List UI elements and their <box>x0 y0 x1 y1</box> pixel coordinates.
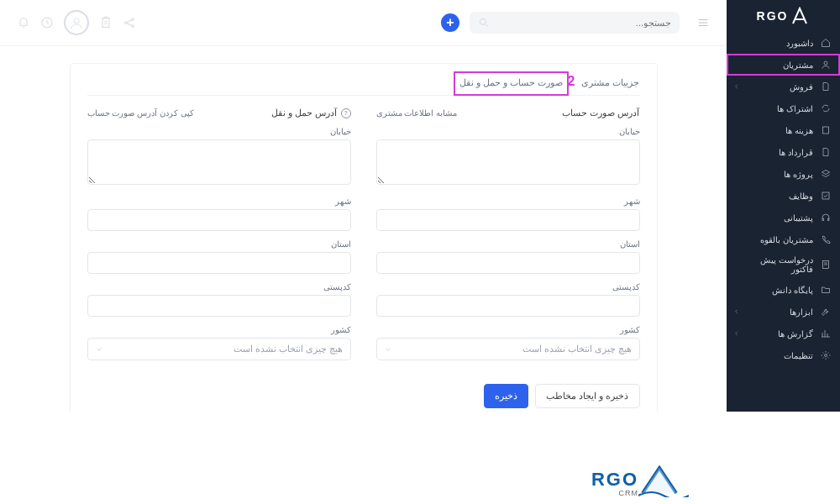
file-icon <box>820 81 832 92</box>
chevron-left-icon <box>732 307 740 317</box>
estimate-icon <box>820 259 832 270</box>
field-label: خیابان <box>376 127 640 136</box>
copy-address-link[interactable]: کپی کردن آدرس صورت حساب <box>87 108 194 118</box>
invoice-zip-input[interactable] <box>376 295 640 317</box>
sidebar-item-customers[interactable]: مشتریان <box>727 54 840 76</box>
help-icon[interactable]: ? <box>341 108 351 118</box>
invoice-street-input[interactable] <box>376 139 640 185</box>
sidebar-item-reports[interactable]: گزارش ها <box>727 323 840 344</box>
select-placeholder: هیچ چیزی انتخاب نشده است <box>522 344 632 354</box>
sidebar-item-label: پشتیبانی <box>740 213 820 223</box>
field-label: شهر <box>87 197 351 206</box>
sidebar-item-support[interactable]: پشتیبانی <box>727 207 840 228</box>
form-columns: آدرس صورت حساب مشابه اطلاعات مشتری خیابا… <box>87 108 640 369</box>
save-create-contact-button[interactable]: ذخیره و ایجاد مخاطب <box>535 384 639 408</box>
shipping-state-input[interactable] <box>87 252 351 274</box>
svg-point-4 <box>825 354 827 357</box>
field-label: خیابان <box>87 127 351 136</box>
file-icon <box>820 146 832 158</box>
clock-icon[interactable] <box>40 16 54 29</box>
shipping-column: ? آدرس حمل و نقل کپی کردن آدرس صورت حساب… <box>87 108 351 369</box>
sidebar-logo-text: RGO <box>757 9 789 23</box>
sidebar-item-contracts[interactable]: قرارداد ها <box>727 141 840 163</box>
plus-icon: + <box>446 15 454 30</box>
sidebar-item-label: تنظیمات <box>740 351 820 360</box>
sidebar-item-label: قرارداد ها <box>740 148 820 157</box>
sidebar-item-label: ابزارها <box>740 307 820 317</box>
headset-icon <box>820 212 832 223</box>
svg-point-0 <box>824 61 827 65</box>
sidebar-item-label: مشتریان بالقوه <box>740 235 820 244</box>
sidebar-item-settings[interactable]: تنظیمات <box>727 344 840 366</box>
gear-icon <box>820 349 832 361</box>
check-icon <box>820 190 832 202</box>
search-box[interactable] <box>470 12 680 34</box>
refresh-icon <box>820 102 832 114</box>
sidebar-item-tasks[interactable]: وظایف <box>727 185 840 207</box>
svg-point-6 <box>125 22 128 24</box>
search-input[interactable] <box>490 18 671 28</box>
invoice-state-input[interactable] <box>376 252 640 274</box>
menu-icon[interactable] <box>696 17 710 29</box>
callout-number: 2 <box>568 74 575 89</box>
file-icon <box>820 124 832 136</box>
footer-logo-text: RGO <box>591 469 638 491</box>
field-label: کشور <box>376 325 640 334</box>
field-label: شهر <box>376 197 640 206</box>
chevron-down-icon <box>95 345 103 354</box>
layers-icon <box>820 168 832 180</box>
tab-billing-shipping[interactable]: صورت حساب و حمل و نقل 2 <box>456 74 566 93</box>
shipping-street-input[interactable] <box>87 139 351 185</box>
sidebar-item-label: درخواست پیش فاکتور <box>740 255 820 274</box>
sidebar-item-label: فروش <box>740 82 820 92</box>
save-button[interactable]: ذخیره <box>484 384 528 408</box>
sidebar-item-label: مشتریان <box>740 60 820 70</box>
field-label: کشور <box>87 325 351 334</box>
svg-rect-9 <box>102 18 109 28</box>
sidebar-item-label: داشبورد <box>740 39 820 48</box>
chevron-left-icon <box>732 329 740 339</box>
form-footer: ذخیره و ایجاد مخاطب ذخیره <box>87 384 640 408</box>
clipboard-icon[interactable] <box>99 16 113 29</box>
svg-point-8 <box>132 25 134 28</box>
user-icon <box>820 59 832 71</box>
same-info-link[interactable]: مشابه اطلاعات مشتری <box>376 108 458 118</box>
main-content: جزییات مشتری صورت حساب و حمل و نقل 2 آدر… <box>0 46 727 412</box>
sidebar-item-leads[interactable]: مشتریان بالقوه <box>727 228 840 250</box>
sidebar-item-label: اشتراک ها <box>740 104 820 113</box>
sidebar-item-sales[interactable]: فروش <box>727 76 840 97</box>
sidebar-item-tools[interactable]: ابزارها <box>727 301 840 323</box>
avatar[interactable] <box>64 10 89 35</box>
shipping-city-input[interactable] <box>87 209 351 231</box>
top-actions <box>17 10 136 35</box>
sidebar-item-label: وظایف <box>740 192 820 201</box>
field-label: استان <box>376 239 640 249</box>
sidebar-item-label: پایگاه دانش <box>740 286 820 295</box>
tab-customer-details[interactable]: جزییات مشتری <box>581 74 639 93</box>
sidebar-item-estimates[interactable]: درخواست پیش فاکتور <box>727 250 840 279</box>
sidebar-item-projects[interactable]: پروژه ها <box>727 163 840 185</box>
svg-rect-2 <box>822 192 829 199</box>
field-label: استان <box>87 239 351 249</box>
sidebar-item-label: هزینه ها <box>740 126 820 135</box>
sidebar-item-knowledge[interactable]: پایگاه دانش <box>727 279 840 301</box>
share-icon[interactable] <box>123 16 136 29</box>
svg-point-7 <box>132 18 134 21</box>
svg-point-10 <box>74 18 79 24</box>
field-label: کدپستی <box>376 282 640 291</box>
folder-icon <box>820 284 832 296</box>
column-heading: آدرس حمل و نقل <box>271 108 337 118</box>
sidebar-item-dashboard[interactable]: داشبورد <box>727 32 840 54</box>
tabs: جزییات مشتری صورت حساب و حمل و نقل 2 <box>87 74 640 96</box>
invoice-country-select[interactable]: هیچ چیزی انتخاب نشده است <box>376 338 640 360</box>
shipping-country-select[interactable]: هیچ چیزی انتخاب نشده است <box>87 338 351 360</box>
logo-mark-icon <box>790 7 810 25</box>
chevron-down-icon <box>384 345 392 354</box>
shipping-zip-input[interactable] <box>87 295 351 317</box>
bell-icon[interactable] <box>17 16 30 29</box>
invoice-city-input[interactable] <box>376 209 640 231</box>
sidebar-item-subscriptions[interactable]: اشتراک ها <box>727 97 840 119</box>
wrench-icon <box>820 306 832 318</box>
add-button[interactable]: + <box>441 13 459 32</box>
sidebar-item-expenses[interactable]: هزینه ها <box>727 119 840 141</box>
